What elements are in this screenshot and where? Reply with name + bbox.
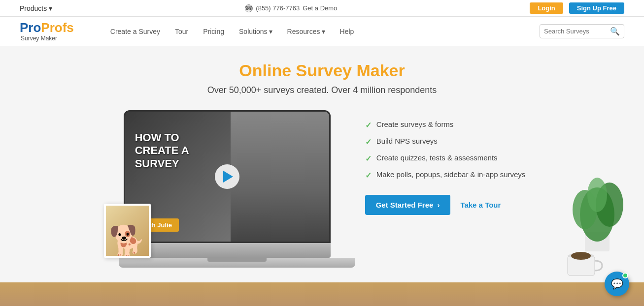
get-started-button[interactable]: Get Started Free › <box>365 195 451 215</box>
top-bar-right: Login Sign Up Free <box>530 2 624 14</box>
check-icon-3: ✓ <box>365 154 372 163</box>
arrow-icon: › <box>437 201 440 209</box>
take-tour-button[interactable]: Take a Tour <box>460 201 501 209</box>
chat-bubble[interactable]: 💬 <box>605 272 629 296</box>
nav-help[interactable]: Help <box>333 24 361 39</box>
main-content: HOW TO CREATE A SURVEY With Julie 🐕 ✓ Cr… <box>0 110 644 282</box>
logo-profs: Profs <box>41 20 73 35</box>
chat-online-dot <box>622 273 628 278</box>
solutions-chevron-icon: ▾ <box>269 28 272 35</box>
get-demo-link[interactable]: Get a Demo <box>303 4 337 12</box>
products-button[interactable]: Products ▾ <box>20 4 52 12</box>
feature-label-1: Create surveys & forms <box>376 120 454 128</box>
nav-pricing[interactable]: Pricing <box>196 24 231 39</box>
nav-create-survey[interactable]: Create a Survey <box>103 24 167 39</box>
coffee-cup-svg <box>565 246 605 280</box>
nav-solutions[interactable]: Solutions ▾ <box>232 24 279 39</box>
check-icon-4: ✓ <box>365 171 372 180</box>
logo: ProProfs <box>20 21 74 35</box>
logo-subtitle: Survey Maker <box>21 35 57 42</box>
resources-chevron-icon: ▾ <box>322 28 325 35</box>
feature-item-4: ✓ Make polls, popups, sidebar & in-app s… <box>365 170 526 180</box>
chat-icon: 💬 <box>611 278 623 290</box>
laptop-keyboard <box>124 243 331 258</box>
cta-area: Get Started Free › Take a Tour <box>365 195 526 215</box>
nav-bar: ProProfs Survey Maker Create a Survey To… <box>0 17 644 46</box>
check-icon-2: ✓ <box>365 137 372 147</box>
feature-label-3: Create quizzes, tests & assessments <box>376 153 498 162</box>
feature-item-1: ✓ Create surveys & forms <box>365 120 526 130</box>
hero-title: Online Survey Maker <box>20 61 624 80</box>
feature-label-2: Build NPS surveys <box>376 137 438 145</box>
play-icon <box>223 171 233 183</box>
nav-tour[interactable]: Tour <box>168 24 195 39</box>
laptop-area: HOW TO CREATE A SURVEY With Julie 🐕 <box>119 110 336 268</box>
nav-links: Create a Survey Tour Pricing Solutions ▾… <box>103 24 540 39</box>
signup-button[interactable]: Sign Up Free <box>569 2 624 14</box>
video-person <box>231 110 329 242</box>
nav-resources[interactable]: Resources ▾ <box>280 24 332 39</box>
phone-area: ☎ (855) 776-7763 Get a Demo <box>245 4 337 12</box>
feature-label-4: Make polls, popups, sidebar & in-app sur… <box>376 170 526 179</box>
play-button[interactable] <box>215 164 239 189</box>
video-frame: HOW TO CREATE A SURVEY With Julie <box>124 110 331 243</box>
feature-item-2: ✓ Build NPS surveys <box>365 137 526 147</box>
laptop-base <box>119 258 355 268</box>
dog-photo: 🐕 <box>104 204 151 258</box>
hero-section: Online Survey Maker Over 50,000+ surveys… <box>0 46 644 95</box>
products-label: Products <box>20 4 47 12</box>
login-button[interactable]: Login <box>530 2 563 14</box>
phone-icon: ☎ <box>245 4 253 12</box>
search-icon: 🔍 <box>610 27 620 36</box>
plant-svg <box>560 155 634 254</box>
svg-point-7 <box>571 252 591 260</box>
svg-point-4 <box>587 178 607 212</box>
dog-icon: 🐕 <box>109 226 146 256</box>
feature-item-3: ✓ Create quizzes, tests & assessments <box>365 153 526 163</box>
check-icon-1: ✓ <box>365 121 372 130</box>
table-surface <box>0 282 644 306</box>
phone-number: (855) 776-7763 <box>256 4 300 12</box>
video-text: HOW TO CREATE A SURVEY <box>135 131 189 170</box>
search-box[interactable]: 🔍 <box>540 24 624 38</box>
logo-pro: Pro <box>20 20 41 35</box>
get-started-label: Get Started Free <box>376 201 434 209</box>
top-bar: Products ▾ ☎ (855) 776-7763 Get a Demo L… <box>0 0 644 17</box>
features-area: ✓ Create surveys & forms ✓ Build NPS sur… <box>365 110 526 215</box>
search-input[interactable] <box>544 28 608 35</box>
video-background: HOW TO CREATE A SURVEY With Julie <box>125 112 329 242</box>
hero-subtitle: Over 50,000+ surveys created. Over 4 mil… <box>20 85 624 95</box>
top-bar-left: Products ▾ <box>20 4 52 12</box>
logo-area: ProProfs Survey Maker <box>20 21 74 42</box>
chevron-down-icon: ▾ <box>49 4 52 12</box>
plant-area <box>560 155 634 282</box>
